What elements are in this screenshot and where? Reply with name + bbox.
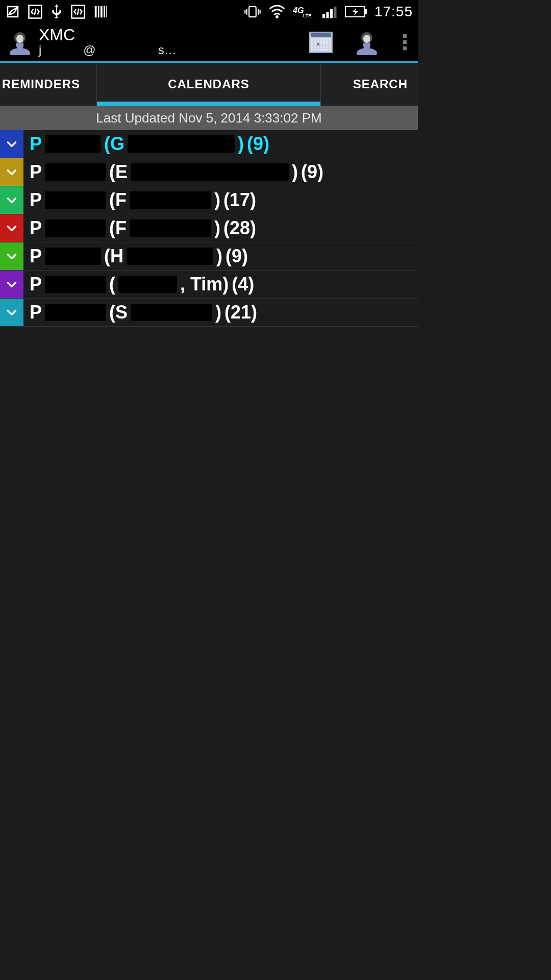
tab-label: REMINDERS [2, 77, 80, 91]
calendar-label: P(H) (9) [23, 242, 418, 270]
calendar-label: P(S) (21) [23, 299, 418, 326]
chevron-down-icon[interactable] [0, 158, 23, 186]
signal-icon [322, 5, 338, 18]
calendar-row[interactable]: P(F) (17) [0, 186, 418, 214]
calendar-label: P(F) (17) [23, 186, 418, 214]
status-bar: 4GLTE 17:55 [0, 0, 418, 23]
contact-avatar-icon[interactable] [354, 30, 380, 55]
svg-point-16 [357, 48, 377, 55]
wifi-icon [268, 4, 286, 19]
battery-charging-icon [345, 6, 367, 18]
calendar-label: P(F) (28) [23, 214, 418, 242]
svg-text:LTE: LTE [303, 13, 311, 18]
code-icon-2 [70, 4, 86, 19]
tab-label: CALENDARS [168, 77, 249, 91]
leaf-icon [5, 4, 20, 19]
svg-point-19 [363, 35, 370, 43]
calendar-icon[interactable] [309, 32, 333, 53]
chevron-down-icon[interactable] [0, 130, 23, 158]
svg-rect-8 [330, 9, 333, 18]
calendar-row[interactable]: P(F) (28) [0, 214, 418, 242]
last-updated-label: Last Updated Nov 5, 2014 3:33:02 PM [0, 106, 418, 130]
chevron-down-icon[interactable] [0, 186, 23, 214]
chevron-down-icon[interactable] [0, 299, 23, 326]
svg-text:4G: 4G [293, 6, 304, 15]
barcode-icon [93, 4, 108, 19]
calendar-row[interactable]: P(, Tim) (4) [0, 271, 418, 299]
vibrate-icon [244, 4, 261, 19]
svg-rect-6 [322, 14, 325, 18]
usb-icon [50, 4, 63, 19]
tab-label: SEARCH [353, 77, 408, 91]
app-title: XMC [39, 27, 309, 43]
calendar-row[interactable]: P(H) (9) [0, 242, 418, 271]
tab-reminders[interactable]: REMINDERS [0, 63, 97, 106]
action-bar: XMC j @ s… [0, 23, 418, 63]
svg-rect-9 [334, 7, 336, 18]
tab-bar: REMINDERS CALENDARS SEARCH [0, 63, 418, 106]
chevron-down-icon[interactable] [0, 242, 23, 270]
svg-point-15 [16, 35, 23, 43]
svg-rect-11 [365, 9, 367, 14]
calendar-label: P(E) (9) [23, 158, 418, 186]
chevron-down-icon[interactable] [0, 214, 23, 242]
account-subtitle: j @ s… [39, 43, 309, 58]
calendar-label: P(G) (9) [23, 130, 418, 158]
chevron-down-icon[interactable] [0, 271, 23, 298]
svg-point-12 [10, 48, 30, 55]
calendar-row[interactable]: P(S) (21) [0, 299, 418, 327]
tab-search[interactable]: SEARCH [321, 63, 418, 106]
account-avatar-icon[interactable] [7, 30, 33, 55]
calendar-row[interactable]: P(G) (9) [0, 130, 418, 158]
calendar-row[interactable]: P(E) (9) [0, 158, 418, 186]
status-clock: 17:55 [374, 4, 413, 20]
calendar-list: P(G) (9)P(E) (9)P(F) (17)P(F) (28)P(H) (… [0, 130, 418, 327]
tab-calendars[interactable]: CALENDARS [97, 63, 321, 106]
overflow-menu-icon[interactable] [401, 32, 409, 52]
network-4g-lte-icon: 4GLTE [293, 4, 315, 19]
svg-point-3 [276, 15, 279, 18]
title-block[interactable]: XMC j @ s… [33, 27, 309, 58]
svg-rect-7 [326, 12, 329, 18]
svg-rect-2 [249, 6, 256, 16]
code-icon [28, 4, 43, 19]
calendar-label: P(, Tim) (4) [23, 271, 418, 298]
